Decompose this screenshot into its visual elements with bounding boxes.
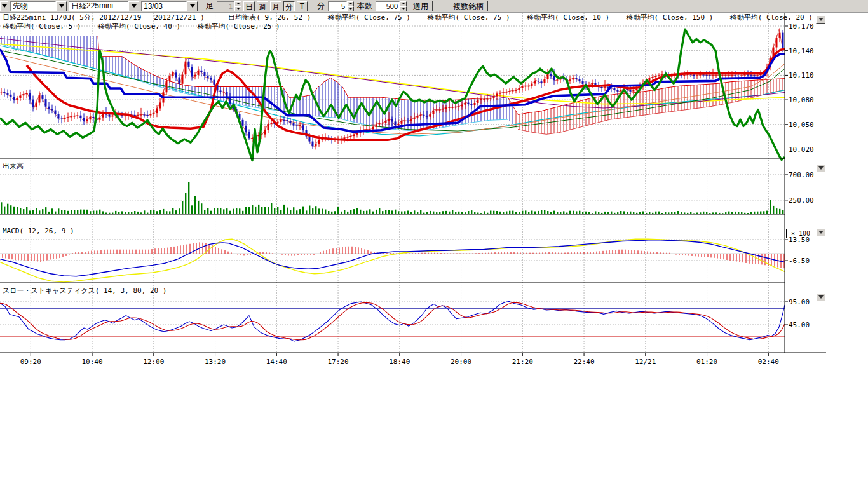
- instrument-type-value: 先物: [10, 1, 56, 11]
- period-minute-button[interactable]: 分: [283, 1, 295, 11]
- chevron-down-icon[interactable]: [56, 1, 67, 11]
- price-pane-menu-button[interactable]: [816, 15, 825, 24]
- macd-pane-title: MACD( 12, 26, 9 ): [3, 227, 74, 235]
- time-axis-label: 02:40: [758, 358, 779, 366]
- time-axis-label: 01:20: [696, 358, 717, 366]
- time-axis-label: 12:00: [143, 358, 164, 366]
- bar-interval-input[interactable]: 1: [217, 1, 234, 11]
- instrument-type-select[interactable]: 先物: [10, 1, 67, 11]
- volume-pane-menu-button[interactable]: [816, 164, 825, 172]
- time-axis-label: 18:40: [389, 358, 410, 366]
- volume-pane-title: 出来高: [3, 163, 24, 170]
- time-axis-label: 14:40: [266, 358, 287, 366]
- chevron-down-icon[interactable]: [128, 1, 139, 11]
- minute-input[interactable]: 5: [328, 1, 347, 11]
- macd-axis-label: -6.50: [789, 257, 810, 265]
- macd-pane-menu-button[interactable]: [816, 228, 825, 236]
- multi-symbol-button[interactable]: 複数銘柄: [449, 1, 488, 11]
- bar-interval-stepper[interactable]: [234, 1, 241, 11]
- spin-down-icon[interactable]: [234, 6, 241, 11]
- partial-combo-fragment[interactable]: [0, 1, 8, 11]
- price-axis-label: 10,080: [789, 96, 814, 104]
- bar-type-label: 足: [205, 1, 215, 11]
- chevron-down-icon[interactable]: [187, 1, 198, 11]
- bar-count-input[interactable]: 500: [376, 1, 400, 11]
- instrument-value: 日経225mini: [69, 1, 128, 11]
- price-axis-label: 10,170: [789, 22, 814, 30]
- macd-axis-label: 13.50: [789, 236, 810, 244]
- time-axis-label: 20:00: [451, 358, 471, 366]
- bar-count-label: 本数: [356, 1, 374, 11]
- time-axis-label: 22:40: [573, 358, 594, 366]
- contract-month-value: 13/03: [141, 1, 187, 11]
- price-axis-label: 10,050: [789, 120, 814, 128]
- chart-canvas[interactable]: [0, 13, 868, 372]
- time-axis-label: 13:20: [205, 358, 226, 366]
- legend-line-1: 日経225mini 13/03( 5分, 2012/12/19 - 2012/1…: [3, 14, 813, 22]
- instrument-select[interactable]: 日経225mini: [69, 1, 139, 11]
- spin-down-icon[interactable]: [347, 6, 354, 11]
- stoch-axis-label: 95.00: [789, 298, 810, 306]
- period-daily-button[interactable]: 日: [243, 1, 255, 11]
- time-axis-label: 17:20: [327, 358, 348, 366]
- time-axis-label: 09:20: [20, 358, 41, 366]
- minute-stepper[interactable]: [347, 1, 354, 11]
- legend-line-2: 移動平均( Close, 5 ) 移動平均( Close, 40 ) 移動平均(…: [3, 23, 280, 30]
- toolbar: 先物 日経225mini 13/03 足 1 日 週 月 分 T 分 5 本数 …: [0, 0, 868, 13]
- stoch-pane-menu-button[interactable]: [816, 293, 825, 301]
- volume-axis-label: 250.00: [789, 196, 814, 204]
- stoch-axis-label: 45.00: [789, 321, 810, 329]
- bar-count-stepper[interactable]: [400, 1, 407, 11]
- price-axis-label: 10,110: [789, 71, 814, 79]
- spin-up-icon[interactable]: [400, 1, 407, 6]
- period-weekly-button[interactable]: 週: [257, 1, 268, 11]
- spin-down-icon[interactable]: [400, 6, 407, 11]
- period-monthly-button[interactable]: 月: [270, 1, 281, 11]
- chart-area: 日経225mini 13/03( 5分, 2012/12/19 - 2012/1…: [0, 13, 868, 372]
- time-axis-label: 21:20: [512, 358, 533, 366]
- chevron-down-icon[interactable]: [0, 1, 8, 11]
- stoch-pane-title: スロー・ストキャスティクス( 14, 3, 80, 20 ): [3, 287, 166, 295]
- minute-label: 分: [316, 1, 326, 11]
- period-tick-button[interactable]: T: [297, 1, 308, 11]
- price-axis-label: 10,140: [789, 46, 814, 55]
- time-axis-label: 12/21: [635, 358, 656, 366]
- spin-up-icon[interactable]: [347, 1, 354, 6]
- volume-axis-label: 700.00: [789, 170, 814, 179]
- apply-button[interactable]: 適用: [409, 1, 433, 11]
- contract-month-select[interactable]: 13/03: [141, 1, 198, 11]
- time-axis-label: 10:40: [81, 358, 102, 366]
- spin-up-icon[interactable]: [234, 1, 241, 6]
- price-axis-label: 10,020: [789, 145, 814, 153]
